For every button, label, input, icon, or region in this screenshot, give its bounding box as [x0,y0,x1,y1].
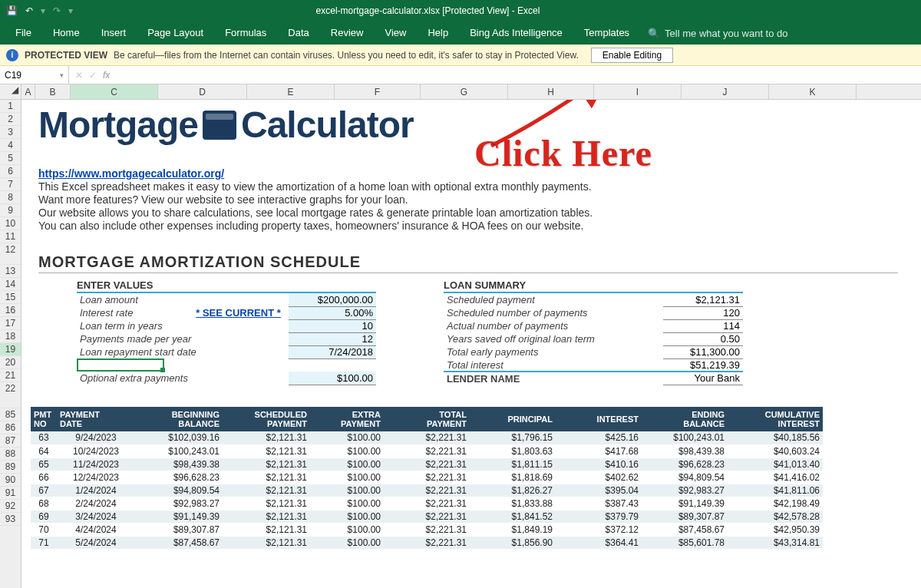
cell[interactable]: $40,603.24 [728,444,823,458]
cell[interactable]: $100,243.01 [135,444,223,458]
cell[interactable]: $2,121.31 [223,471,310,484]
cell[interactable]: $2,121.31 [223,458,310,471]
cell[interactable]: 2/24/2024 [57,497,135,510]
input-value[interactable]: 7/24/2018 [289,345,376,358]
col-header-H[interactable]: H [508,84,594,99]
row-header-86[interactable]: 86 [0,421,21,434]
row-header-90[interactable]: 90 [0,474,21,487]
col-header-E[interactable]: E [247,84,335,99]
column-headers[interactable]: ◢ ABCDEFGHIJK [0,84,921,100]
row-header-9[interactable]: 9 [0,204,21,217]
cell[interactable]: $2,121.31 [223,431,310,444]
row-header-8[interactable]: 8 [0,191,21,204]
row-header-5[interactable]: 5 [0,152,21,165]
tab-home[interactable]: Home [42,21,91,45]
cell[interactable]: $2,221.31 [384,523,470,536]
row-header-4[interactable]: 4 [0,139,21,152]
table-row[interactable]: 693/24/2024$91,149.39$2,121.31$100.00$2,… [31,510,823,523]
table-row[interactable]: 682/24/2024$92,983.27$2,121.31$100.00$2,… [31,497,823,510]
input-value[interactable]: 12 [289,332,376,345]
cell[interactable]: $92,983.27 [135,497,223,510]
row-header-20[interactable]: 20 [0,356,21,369]
tab-page-layout[interactable]: Page Layout [137,21,214,45]
cell[interactable]: $2,221.31 [384,431,470,444]
cell[interactable]: $102,039.16 [135,431,223,444]
cell[interactable]: $100.00 [310,458,384,471]
cell[interactable]: 65 [31,458,57,471]
cell[interactable]: $2,121.31 [223,510,310,523]
cell[interactable]: $410.16 [556,458,642,471]
row-header-13[interactable]: 13 [0,265,21,278]
cell[interactable]: $1,841.52 [470,510,556,523]
table-row[interactable]: 6612/24/2023$96,628.23$2,121.31$100.00$2… [31,471,823,484]
tab-view[interactable]: View [374,21,417,45]
extra-payment-value[interactable]: $100.00 [289,372,376,385]
see-current-link[interactable]: * SEE CURRENT * [196,307,286,319]
website-link[interactable]: https://www.mortgagecalculator.org/ [38,167,224,180]
cell[interactable]: $2,221.31 [384,510,470,523]
cell[interactable]: $98,439.38 [135,458,223,471]
cell[interactable]: $2,221.31 [384,458,470,471]
row-header-92[interactable]: 92 [0,500,21,513]
cell[interactable]: $425.16 [556,431,642,444]
cell[interactable]: $41,811.06 [728,484,823,497]
cell[interactable]: $100.00 [310,523,384,536]
tab-bing-ads-intelligence[interactable]: Bing Ads Intelligence [459,21,573,45]
cell[interactable]: $1,818.69 [470,471,556,484]
cell[interactable]: $89,307.87 [135,523,223,536]
undo-icon[interactable]: ↶ [25,5,33,16]
row-header-89[interactable]: 89 [0,461,21,474]
row-header-3[interactable]: 3 [0,126,21,139]
cell[interactable]: $40,185.56 [728,431,823,444]
table-row[interactable]: 715/24/2024$87,458.67$2,121.31$100.00$2,… [31,536,823,549]
row-header-19[interactable]: 19 [0,343,21,356]
table-row[interactable]: 704/24/2024$89,307.87$2,121.31$100.00$2,… [31,523,823,536]
cell[interactable]: $2,221.31 [384,484,470,497]
cell[interactable]: $87,458.67 [642,523,728,536]
row-header-12[interactable]: 12 [0,243,21,265]
cell[interactable]: $2,221.31 [384,471,470,484]
cell[interactable]: $100,243.01 [642,431,728,444]
cell[interactable]: 3/24/2024 [57,510,135,523]
cell[interactable]: $2,221.31 [384,497,470,510]
cell[interactable]: $1,796.15 [470,431,556,444]
cell[interactable]: 5/24/2024 [57,536,135,549]
cell[interactable]: 1/24/2024 [57,484,135,497]
cell[interactable]: $100.00 [310,471,384,484]
cell[interactable]: $379.79 [556,510,642,523]
cell[interactable]: 71 [31,536,57,549]
row-header-11[interactable]: 11 [0,230,21,243]
row-header-17[interactable]: 17 [0,317,21,330]
cell[interactable]: 9/24/2023 [57,431,135,444]
cell[interactable]: $98,439.38 [642,444,728,458]
cell[interactable]: $91,149.39 [135,510,223,523]
cell[interactable]: $100.00 [310,484,384,497]
table-row[interactable]: 6511/24/2023$98,439.38$2,121.31$100.00$2… [31,458,823,471]
table-row[interactable]: 6410/24/2023$100,243.01$2,121.31$100.00$… [31,444,823,458]
cell[interactable]: $85,601.78 [642,536,728,549]
cell[interactable]: 10/24/2023 [57,444,135,458]
row-header-2[interactable]: 2 [0,113,21,126]
col-header-K[interactable]: K [769,84,857,99]
accept-icon[interactable]: ✓ [89,70,97,81]
col-header-D[interactable]: D [158,84,247,99]
cell[interactable]: $94,809.54 [135,484,223,497]
input-value[interactable]: 5.00% [289,306,376,319]
enable-editing-button[interactable]: Enable Editing [591,48,673,63]
cell[interactable]: $42,950.39 [728,523,823,536]
col-header-G[interactable]: G [421,84,508,99]
col-header-C[interactable]: C [71,84,158,99]
tab-review[interactable]: Review [320,21,375,45]
worksheet[interactable]: Mortgage Calculator https://www.mortgage… [21,100,921,588]
cell[interactable]: $87,458.67 [135,536,223,549]
cell[interactable]: 69 [31,510,57,523]
row-header-85[interactable]: 85 [0,408,21,421]
cell[interactable]: $100.00 [310,497,384,510]
tab-file[interactable]: File [5,21,42,45]
cell[interactable]: $1,803.63 [470,444,556,458]
name-box[interactable]: C19 [0,66,69,84]
cell[interactable]: $2,221.31 [384,444,470,458]
cell[interactable]: $1,833.88 [470,497,556,510]
row-header-16[interactable]: 16 [0,304,21,317]
col-header-B[interactable]: B [35,84,71,99]
